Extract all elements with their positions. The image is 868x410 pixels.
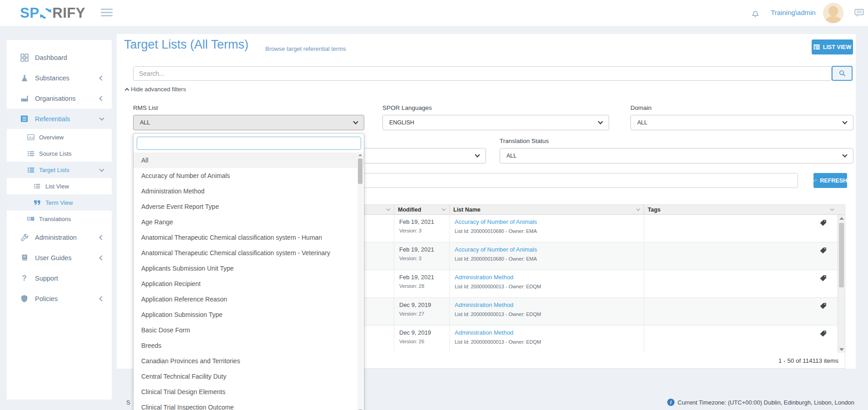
hide-filters-label: Hide advanced filters [131, 86, 186, 93]
search-button[interactable] [832, 66, 853, 81]
dropdown-option[interactable]: Clinical Trial Design Elements [134, 384, 364, 400]
tag-icon[interactable] [820, 302, 827, 309]
dropdown-option[interactable]: Application Reference Reason [134, 291, 364, 307]
modified-date: Dec 9, 2019 [399, 301, 449, 308]
dropdown-option[interactable]: Breeds [134, 338, 364, 353]
sidebar-item-label: Organisations [35, 95, 75, 102]
tag-icon[interactable] [820, 247, 827, 254]
dropdown-option[interactable]: Basic Dose Form [134, 322, 364, 338]
dropdown-option[interactable]: Anatomical Therapeutic Chemical classifi… [134, 245, 364, 261]
sidebar-item-substances[interactable]: Substances [7, 68, 112, 88]
rms-list-value: ALL [140, 119, 354, 126]
dropdown-scrollbar[interactable] [357, 153, 363, 410]
dropdown-option[interactable]: Adverse Event Report Type [134, 199, 364, 214]
tag-icon[interactable] [820, 330, 827, 337]
list-icon [27, 167, 35, 173]
sidebar-item-source-lists[interactable]: Source Lists [7, 145, 112, 162]
domain-value: ALL [637, 119, 843, 126]
column-menu-icon[interactable] [442, 207, 446, 211]
column-menu-icon[interactable] [636, 207, 640, 211]
svg-text:*: * [32, 217, 33, 220]
column-header-modified[interactable]: Modified [394, 205, 450, 214]
version: Version: 27 [399, 311, 449, 316]
rms-list-label: RMS List [133, 104, 158, 111]
sidebar-item-label: Term View [45, 199, 73, 206]
spor-languages-select[interactable]: ENGLISH [382, 115, 609, 130]
dropdown-filter-input[interactable] [137, 137, 361, 150]
modified-date: Feb 19, 2021 [399, 246, 449, 253]
user-menu[interactable]: Training\admin [771, 9, 816, 16]
dropdown-option[interactable]: Application Submission Type [134, 307, 364, 322]
timezone-text: Current Timezone: (UTC+00:00) Dublin, Ed… [678, 399, 854, 406]
caret-up-icon [125, 88, 129, 93]
list-name-link[interactable]: Accuracy of Number of Animals [455, 246, 644, 253]
spor-languages-label: SPOR Languages [382, 104, 432, 111]
tag-icon[interactable] [820, 275, 827, 282]
sidebar-item-administration[interactable]: Administration [7, 227, 112, 247]
sidebar-item-referentials[interactable]: Referentials [7, 109, 112, 129]
sidebar-item-term-view[interactable]: Term View [7, 194, 112, 211]
rms-list-select[interactable]: ALL [133, 115, 364, 130]
sidebar-item-list-view[interactable]: List View [7, 178, 112, 194]
sidebar-item-overview[interactable]: Overview [7, 129, 112, 145]
dropdown-option[interactable]: Clinical Trial Inspection Outcome [134, 400, 364, 410]
dropdown-option[interactable]: Application Recipient [134, 276, 364, 291]
refresh-button[interactable]: REFRESH [813, 173, 847, 188]
dropdown-option[interactable]: Canadian Provinces and Territories [134, 353, 364, 369]
rms-list-dropdown: All Accuracy of Number of Animals Admini… [133, 133, 364, 410]
wrench-icon [20, 233, 29, 242]
list-view-button[interactable]: LIST VIEW [812, 40, 853, 54]
sidebar-item-label: Support [35, 275, 58, 282]
avatar[interactable] [823, 3, 843, 23]
list-name-link[interactable]: Administration Method [455, 329, 644, 336]
table-scrollbar[interactable] [838, 215, 845, 353]
column-menu-icon[interactable] [387, 207, 390, 211]
hide-advanced-filters-toggle[interactable]: Hide advanced filters [125, 86, 186, 93]
dropdown-option[interactable]: Applicants Submission Unit Type [134, 261, 364, 276]
sidebar-item-user-guides[interactable]: User Guides [7, 247, 112, 268]
scroll-down-icon[interactable] [839, 348, 844, 351]
chevron-left-icon [99, 75, 104, 80]
scrollbar-thumb[interactable] [839, 223, 844, 287]
chevron-down-icon [842, 152, 847, 157]
domain-select[interactable]: ALL [630, 115, 853, 130]
list-name-link[interactable]: Accuracy of Number of Animals [455, 218, 644, 225]
dropdown-option[interactable]: All [134, 153, 364, 168]
scroll-up-icon[interactable] [839, 217, 844, 220]
sidebar-item-organisations[interactable]: Organisations [7, 88, 112, 109]
dropdown-option[interactable]: Anatomical Therapeutic Chemical classifi… [134, 230, 364, 245]
column-menu-icon[interactable] [830, 207, 834, 211]
column-header-tags[interactable]: Tags [644, 205, 838, 214]
version: Version: 28 [399, 283, 449, 289]
chevron-down-icon [475, 152, 480, 157]
page-subtitle: Browse target referential terms [265, 45, 346, 52]
sidebar-item-label: Administration [35, 234, 77, 241]
notifications-bell-icon[interactable] [750, 8, 760, 20]
dropdown-option[interactable]: Central Technical Facility Duty [134, 369, 364, 384]
sidebar-item-translations[interactable]: A* Translations [7, 211, 112, 227]
scrollbar-thumb[interactable] [358, 158, 362, 184]
sidebar-item-dashboard[interactable]: Dashboard [7, 47, 112, 68]
column-header-list-name[interactable]: List Name [450, 205, 644, 214]
list-name-link[interactable]: Administration Method [455, 301, 644, 308]
scroll-up-icon[interactable] [358, 154, 362, 156]
dashboard-grid-icon [20, 54, 29, 62]
brand-logo-left: SP [20, 5, 39, 21]
dropdown-option[interactable]: Administration Method [134, 183, 364, 199]
sidebar-item-target-lists[interactable]: Target Lists [7, 162, 112, 178]
translation-status-select[interactable]: ALL [500, 148, 853, 163]
spor-languages-value: ENGLISH [389, 119, 599, 126]
sidebar-item-policies[interactable]: Policies [7, 288, 112, 309]
list-name-link[interactable]: Administration Method [455, 274, 644, 281]
referentials-list-icon [20, 115, 29, 123]
quote-icon [33, 200, 41, 205]
dropdown-option[interactable]: Age Range [134, 214, 364, 230]
refresh-button-label: REFRESH [820, 178, 847, 184]
feedback-chat-icon[interactable] [854, 9, 864, 19]
search-input[interactable] [133, 66, 832, 81]
tag-icon[interactable] [820, 219, 827, 226]
sidebar-item-support[interactable]: ? Support [7, 268, 112, 288]
dropdown-option[interactable]: Accuracy of Number of Animals [134, 168, 364, 183]
top-bar: SPRIFY Training\admin [0, 0, 868, 26]
menu-toggle-icon[interactable] [101, 9, 113, 18]
